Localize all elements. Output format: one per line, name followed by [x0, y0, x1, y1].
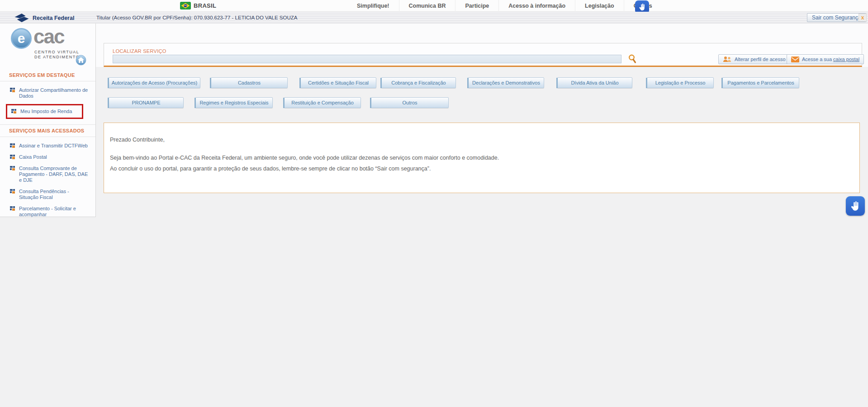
libras-hands-icon [849, 199, 862, 213]
service-squares-icon [10, 143, 15, 148]
menu-participe[interactable]: Participe [455, 0, 498, 12]
search-input[interactable] [113, 55, 621, 63]
sidebar-item-consulta-pendencias[interactable]: Consulta Pendências - Situação Fiscal [0, 186, 95, 203]
ecac-subtitle-line1: CENTRO VIRTUAL [34, 50, 80, 55]
welcome-paragraph: Seja bem-vindo ao Portal e-CAC da Receit… [110, 155, 850, 161]
sidebar-item-label: Autorizar Compartilhamento de Dados [19, 87, 88, 99]
close-icon[interactable]: x [859, 14, 867, 22]
ecac-logo: e cac CENTRO VIRTUAL DE ATENDIMENTO [11, 28, 92, 64]
divider [0, 137, 95, 137]
featured-services-title: SERVIÇOS EM DESTAQUE [9, 72, 95, 78]
ecac-cac-text: cac [33, 25, 64, 48]
change-profile-label: Alterar perfil de acesso [735, 57, 786, 62]
tab-cobranca-fiscalizacao[interactable]: Cobrança e Fiscalização [381, 77, 456, 88]
tab-divida-ativa-uniao[interactable]: Dívida Ativa da União [557, 77, 632, 88]
divider [0, 81, 95, 81]
ecac-e-icon: e [11, 28, 32, 49]
service-squares-icon [10, 166, 15, 171]
logout-advice-paragraph: Ao concluir o uso do portal, para garant… [110, 166, 850, 172]
sidebar-item-meu-imposto-de-renda[interactable]: Meu Imposto de Renda [7, 105, 82, 118]
sidebar-item-autorizar-compartilhamento[interactable]: Autorizar Compartilhamento de Dados [0, 85, 95, 102]
menu-comunica-br[interactable]: Comunica BR [399, 0, 455, 12]
tab-pagamentos-parcelamentos[interactable]: Pagamentos e Parcelamentos [722, 77, 799, 88]
logged-user-info: Titular (Acesso GOV.BR por CPF/Senha): 0… [96, 15, 297, 20]
tab-certidoes-situacao-fiscal[interactable]: Certidões e Situação Fiscal [300, 77, 376, 88]
service-squares-icon [10, 189, 15, 194]
logout-button[interactable]: Sair com Segurança [807, 13, 866, 22]
service-squares-icon [10, 154, 15, 160]
sidebar-item-label: Consulta Comprovante de Pagamento - DARF… [19, 166, 88, 183]
sidebar-item-label: Meu Imposto de Renda [20, 109, 72, 114]
brazil-flag-icon [180, 2, 191, 9]
sidebar-item-parcelamento[interactable]: Parcelamento - Solicitar e acompanhar [0, 203, 95, 220]
tab-pronampe[interactable]: PRONAMPE [109, 97, 184, 108]
menu-simplifique[interactable]: Simplifique! [347, 0, 399, 12]
envelope-icon [791, 57, 799, 62]
divider [0, 124, 95, 125]
service-squares-icon [10, 87, 15, 93]
gov-topbar: BRASIL Simplifique! Comunica BR Particip… [0, 0, 868, 12]
tab-declaracoes-demonstrativos[interactable]: Declarações e Demonstrativos [468, 77, 544, 88]
tab-outros[interactable]: Outros [371, 97, 449, 108]
vlibras-floating-button[interactable] [846, 196, 865, 216]
sidebar-item-label: Assinar e Transmitir DCTFWeb [19, 143, 88, 149]
tab-legislacao-processo[interactable]: Legislação e Processo [647, 77, 714, 88]
greeting-text: Prezado Contribuinte, [110, 137, 850, 143]
sidebar-item-label: Consulta Pendências - Situação Fiscal [19, 189, 88, 200]
mailbox-link[interactable]: caixa postal [833, 57, 859, 62]
menu-legislacao[interactable]: Legislação [575, 0, 624, 12]
change-profile-button[interactable]: Alterar perfil de acesso [718, 54, 790, 64]
sidebar-item-label: Caixa Postal [19, 154, 47, 160]
gov-menu: Simplifique! Comunica BR Participe Acess… [347, 0, 662, 12]
brasil-wordmark: BRASIL [194, 2, 216, 9]
service-squares-icon [11, 109, 17, 114]
red-highlight-box: Meu Imposto de Renda [6, 104, 83, 119]
sidebar-item-label: Parcelamento - Solicitar e acompanhar [19, 206, 88, 218]
search-icon[interactable] [628, 54, 637, 64]
mailbox-label-prefix: Acesse a sua [802, 57, 832, 62]
tab-regimes-registros-especiais[interactable]: Regimes e Registros Especiais [195, 97, 273, 108]
header-strip: Receita Federal Titular (Acesso GOV.BR p… [0, 12, 868, 24]
menu-acesso-informacao[interactable]: Acesso à informação [498, 0, 575, 12]
sidebar: e cac CENTRO VIRTUAL DE ATENDIMENTO SERV… [0, 24, 96, 217]
receita-federal-logo: Receita Federal [14, 14, 74, 22]
receita-federal-mark-icon [14, 14, 30, 22]
sidebar-item-assinar-dctfweb[interactable]: Assinar e Transmitir DCTFWeb [0, 140, 95, 151]
tab-restituicao-compensacao[interactable]: Restituição e Compensação [284, 97, 361, 108]
sidebar-item-consulta-comprovante[interactable]: Consulta Comprovante de Pagamento - DARF… [0, 163, 95, 186]
receita-federal-label: Receita Federal [33, 15, 74, 21]
search-label: LOCALIZAR SERVIÇO [113, 48, 166, 54]
people-icon [723, 56, 732, 62]
libras-hands-icon [637, 2, 647, 12]
service-squares-icon [10, 206, 15, 211]
ecac-subtitle-line2: DE ATENDIMENTO [34, 55, 80, 60]
most-accessed-services-title: SERVIÇOS MAIS ACESSADOS [9, 128, 95, 133]
home-icon[interactable] [76, 55, 86, 66]
sidebar-item-caixa-postal[interactable]: Caixa Postal [0, 151, 95, 163]
tab-autorizacoes-de-acesso[interactable]: Autorizações de Acesso (Procurações) [109, 77, 200, 88]
tab-cadastros[interactable]: Cadastros [211, 77, 288, 88]
locate-service-panel: LOCALIZAR SERVIÇO Alterar perfil de aces… [104, 43, 862, 67]
mailbox-button[interactable]: Acesse a sua caixa postal [787, 54, 864, 64]
welcome-content-box: Prezado Contribuinte, Seja bem-vindo ao … [104, 123, 860, 193]
ecac-subtitle: CENTRO VIRTUAL DE ATENDIMENTO [34, 50, 80, 60]
